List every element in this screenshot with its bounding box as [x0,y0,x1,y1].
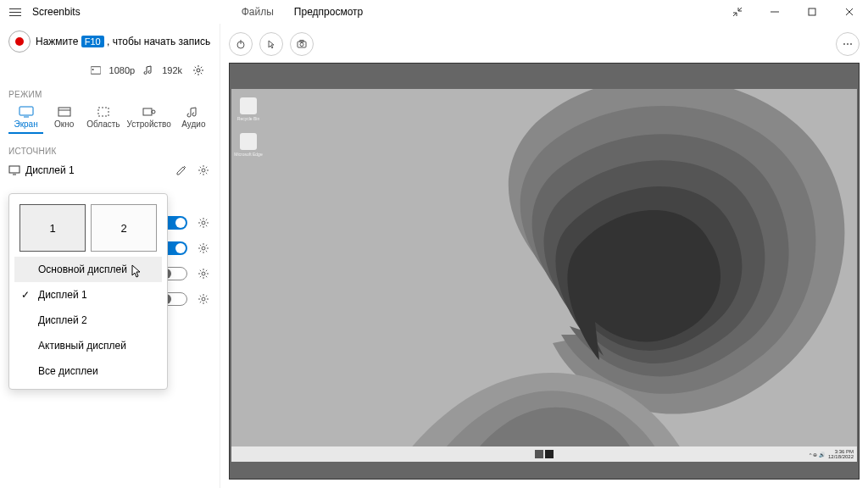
dd-all-displays[interactable]: Все дисплеи [14,358,162,384]
close-button[interactable] [831,0,868,24]
svg-point-25 [847,43,849,45]
app-title: Screenbits [32,6,81,18]
svg-rect-10 [143,108,152,115]
minimize-button[interactable] [756,0,793,24]
monitor-icon [8,164,20,176]
tab-preview[interactable]: Предпросмотр [286,1,371,23]
tray-icons: ^ ⊕ 🔊 [810,452,825,458]
option-gear-4[interactable] [196,291,211,307]
source-gear-icon[interactable] [196,163,211,178]
audio-bitrate-icon [143,65,153,75]
svg-rect-9 [98,108,108,116]
tab-files[interactable]: Файлы [233,1,282,23]
recycle-bin-label: Recycle Bin [234,116,263,121]
compact-button[interactable] [719,0,756,24]
record-hint: Нажмите F10 , чтобы начать запись [36,36,210,47]
svg-rect-7 [58,108,70,116]
svg-point-14 [202,169,205,172]
svg-rect-1 [809,8,815,15]
clock-date: 12/18/2022 [828,454,854,459]
svg-point-22 [300,43,303,47]
svg-point-26 [850,43,852,45]
option-gear-2[interactable] [196,241,211,256]
option-gear-1[interactable] [196,215,211,230]
desktop-preview: Recycle Bin Microsoft Edge [231,89,857,462]
svg-rect-12 [9,166,19,173]
svg-point-16 [202,247,205,250]
svg-point-18 [202,297,205,301]
record-button[interactable] [8,30,31,53]
mode-window[interactable]: Окно [47,103,81,134]
recycle-bin-icon [240,97,257,114]
svg-point-11 [152,110,155,114]
svg-rect-5 [19,107,33,115]
source-section-label: ИСТОЧНИК [8,147,211,156]
wallpaper [231,89,857,462]
cursor-toggle-button[interactable] [259,32,283,56]
camera-button[interactable] [290,32,314,56]
preview-area: Recycle Bin Microsoft Edge ^ ⊕ 🔊 3:36 PM… [229,63,860,480]
option-gear-3[interactable] [196,266,211,281]
edge-label: Microsoft Edge [234,152,263,157]
svg-rect-3 [92,69,93,70]
power-button[interactable] [229,32,253,56]
taskbar-app-icon [545,450,554,458]
cursor-icon [131,264,142,278]
more-button[interactable] [836,32,860,56]
dd-active-display[interactable]: Активный дисплей [14,333,162,358]
svg-point-17 [202,272,205,275]
preview-taskbar: ^ ⊕ 🔊 3:36 PM 12/18/2022 [231,446,857,462]
source-current[interactable]: Дисплей 1 [25,164,75,176]
video-res-icon [91,65,101,75]
menu-button[interactable] [7,3,24,20]
mode-section-label: РЕЖИМ [8,90,211,99]
edit-icon[interactable] [174,163,189,178]
mode-screen[interactable]: Экран [8,103,43,134]
record-icon [15,37,24,46]
maximize-button[interactable] [793,0,831,24]
audio-bitrate: 192k [162,65,182,75]
mode-audio[interactable]: Аудио [176,103,211,134]
mode-device[interactable]: Устройство [125,103,173,134]
mode-region[interactable]: Область [85,103,121,134]
svg-point-15 [202,221,205,225]
settings-gear-icon[interactable] [191,63,206,78]
dd-display-1[interactable]: Дисплей 1 [14,282,162,308]
svg-point-4 [197,69,200,72]
video-resolution: 1080p [109,65,136,75]
edge-icon [240,133,257,150]
taskbar-start-icon [535,450,543,458]
dd-display-2[interactable]: Дисплей 2 [14,308,162,333]
monitor-thumb-1[interactable]: 1 [19,204,86,252]
dd-primary-display[interactable]: Основной дисплей [14,257,162,282]
hotkey-badge: F10 [81,36,104,47]
svg-point-24 [843,43,845,45]
monitor-thumb-2[interactable]: 2 [91,204,157,252]
display-dropdown: 1 2 Основной дисплей Дисплей 1 Дисплей 2… [8,193,168,390]
